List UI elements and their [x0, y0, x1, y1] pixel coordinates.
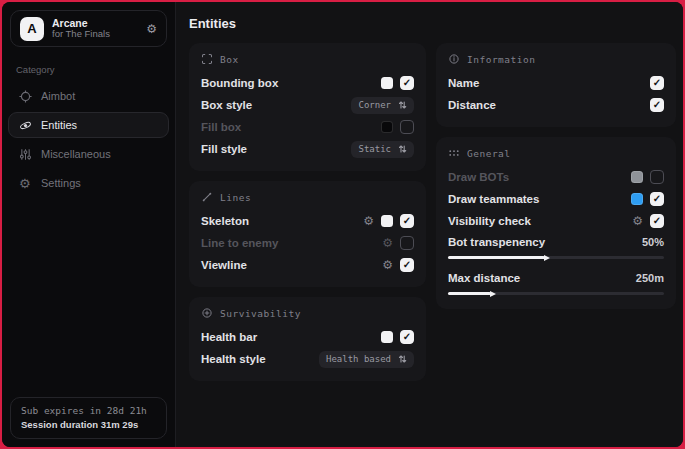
subscription-footer-card: Sub expires in 28d 21h Session duration …	[10, 397, 167, 439]
setting-row-line-to-enemy: Line to enemy ⚙ ✓	[201, 232, 414, 254]
setting-row-skeleton: Skeleton ⚙ ✓	[201, 210, 414, 232]
sidebar-item-aimbot[interactable]: Aimbot	[8, 83, 169, 109]
updown-arrows-icon	[398, 144, 407, 154]
setting-row-draw-bots: Draw BOTs ✓	[448, 166, 664, 188]
panel-information-header: Information	[448, 53, 664, 65]
checkbox-viewline[interactable]: ✓	[400, 258, 414, 272]
setting-label: Fill style	[201, 143, 247, 155]
info-icon	[448, 53, 460, 65]
settings-gear-icon[interactable]: ⚙	[146, 22, 157, 36]
panel-survivability-header: Survivability	[201, 307, 414, 319]
panel-lines: Lines Skeleton ⚙ ✓ Line to enemy ⚙	[189, 181, 426, 287]
color-swatch[interactable]	[381, 215, 393, 227]
setting-row-bounding-box: Bounding box ✓	[201, 72, 414, 94]
setting-row-name: Name ✓	[448, 72, 664, 94]
slider-handle[interactable]	[490, 291, 496, 297]
checkbox-draw-teammates[interactable]: ✓	[650, 192, 664, 206]
max-distance-slider[interactable]	[448, 292, 664, 295]
setting-label: Health style	[201, 353, 266, 365]
app-window: A Arcane for The Finals ⚙ Category Aimbo…	[2, 2, 683, 447]
main-content: Entities Box Bounding box ✓	[176, 2, 683, 447]
color-swatch[interactable]	[631, 171, 643, 183]
category-label: Category	[16, 64, 161, 75]
sidebar-nav: Aimbot Entities Miscellaneous ⚙ Settings	[2, 83, 175, 196]
checkbox-distance[interactable]: ✓	[650, 98, 664, 112]
checkbox-health-bar[interactable]: ✓	[400, 330, 414, 344]
setting-label: Skeleton	[201, 215, 249, 227]
setting-row-visibility-check: Visibility check ⚙ ✓	[448, 210, 664, 232]
slider-row-bot-transparency: Bot transpenency 50%	[448, 232, 664, 252]
panel-title: Survivability	[220, 308, 301, 319]
page-title: Entities	[176, 2, 683, 43]
color-swatch[interactable]	[381, 331, 393, 343]
app-header-card: A Arcane for The Finals ⚙	[10, 10, 167, 47]
setting-label: Distance	[448, 99, 496, 111]
options-gear-icon[interactable]: ⚙	[382, 237, 393, 249]
panel-box: Box Bounding box ✓ Box style Corner	[189, 43, 426, 171]
slider-value: 50%	[642, 236, 664, 248]
setting-row-viewline: Viewline ⚙ ✓	[201, 254, 414, 276]
setting-label: Box style	[201, 99, 252, 111]
app-subtitle: for The Finals	[52, 29, 138, 40]
panel-title: Lines	[220, 192, 251, 203]
health-plus-icon	[201, 307, 213, 319]
sidebar-item-miscellaneous[interactable]: Miscellaneous	[8, 141, 169, 167]
checkbox-fill-box[interactable]: ✓	[400, 120, 414, 134]
dropdown-box-style[interactable]: Corner	[351, 97, 414, 114]
dropdown-value: Health based	[326, 354, 391, 364]
panel-title: Box	[220, 54, 239, 65]
sidebar: A Arcane for The Finals ⚙ Category Aimbo…	[2, 2, 176, 447]
panel-box-header: Box	[201, 53, 414, 65]
setting-row-health-bar: Health bar ✓	[201, 326, 414, 348]
setting-label: Draw BOTs	[448, 171, 509, 183]
options-gear-icon[interactable]: ⚙	[363, 215, 374, 227]
session-duration-text: Session duration 31m 29s	[21, 419, 156, 430]
setting-label: Viewline	[201, 259, 247, 271]
color-swatch[interactable]	[381, 121, 393, 133]
options-gear-icon[interactable]: ⚙	[632, 215, 643, 227]
checkbox-bounding-box[interactable]: ✓	[400, 76, 414, 90]
checkbox-draw-bots[interactable]: ✓	[650, 170, 664, 184]
color-swatch[interactable]	[381, 77, 393, 89]
setting-label: Draw teammates	[448, 193, 539, 205]
setting-label: Fill box	[201, 121, 241, 133]
setting-label: Name	[448, 77, 479, 89]
sub-expiry-text: Sub expires in 28d 21h	[21, 405, 156, 416]
updown-arrows-icon	[398, 100, 407, 110]
setting-row-health-style: Health style Health based	[201, 348, 414, 370]
slider-row-max-distance: Max distance 250m	[448, 268, 664, 288]
grid-dots-icon	[448, 147, 460, 159]
setting-row-draw-teammates: Draw teammates ✓	[448, 188, 664, 210]
app-title-block: Arcane for The Finals	[52, 17, 138, 40]
checkbox-visibility-check[interactable]: ✓	[650, 214, 664, 228]
sliders-icon	[19, 148, 32, 161]
checkbox-skeleton[interactable]: ✓	[400, 214, 414, 228]
setting-label: Bounding box	[201, 77, 278, 89]
gear-icon: ⚙	[19, 177, 32, 190]
slider-handle[interactable]	[544, 255, 550, 261]
dropdown-value: Static	[358, 144, 391, 154]
crosshair-icon	[19, 90, 32, 103]
app-logo: A	[20, 17, 44, 41]
checkbox-line-to-enemy[interactable]: ✓	[400, 236, 414, 250]
box-corners-icon	[201, 53, 213, 65]
color-swatch[interactable]	[631, 193, 643, 205]
setting-row-distance: Distance ✓	[448, 94, 664, 116]
entities-icon	[19, 119, 32, 132]
dropdown-health-style[interactable]: Health based	[319, 351, 414, 368]
dropdown-fill-style[interactable]: Static	[351, 141, 414, 158]
sidebar-item-label: Miscellaneous	[41, 148, 111, 160]
dropdown-value: Corner	[358, 100, 391, 110]
bot-transparency-slider[interactable]	[448, 256, 664, 259]
sidebar-item-settings[interactable]: ⚙ Settings	[8, 170, 169, 196]
updown-arrows-icon	[398, 354, 407, 364]
sidebar-item-label: Entities	[41, 119, 77, 131]
slider-label: Max distance	[448, 272, 520, 284]
options-gear-icon[interactable]: ⚙	[382, 259, 393, 271]
slider-label: Bot transpenency	[448, 236, 545, 248]
setting-label: Health bar	[201, 331, 257, 343]
checkbox-name[interactable]: ✓	[650, 76, 664, 90]
panel-general-header: General	[448, 147, 664, 159]
sidebar-item-entities[interactable]: Entities	[8, 112, 169, 138]
panel-information: Information Name ✓ Distance ✓	[436, 43, 676, 127]
